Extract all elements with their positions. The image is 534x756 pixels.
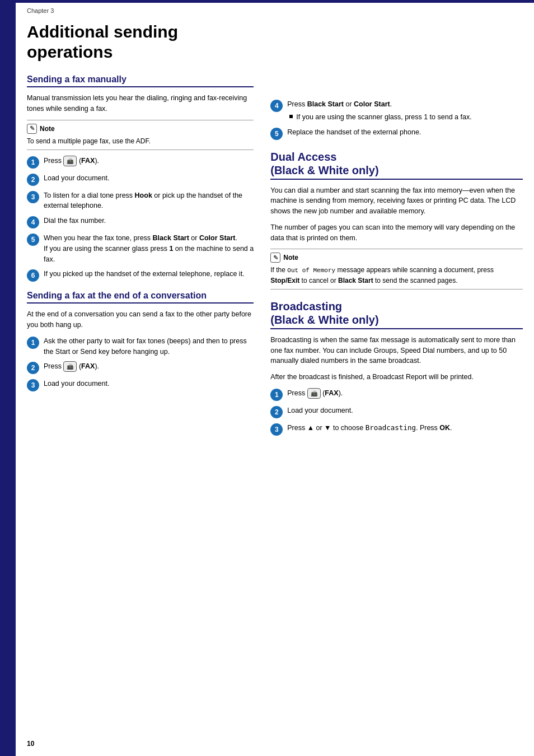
step-conv-text-3: Load your document.: [44, 379, 254, 389]
left-column: Additional sending operations Sending a …: [27, 16, 265, 440]
step-bc-text-1: Press 📠 (FAX).: [287, 388, 523, 399]
step-6-handset: 6 If you picked up the handset of the ex…: [27, 269, 254, 282]
step-5-tone: 5 When you hear the fax tone, press Blac…: [27, 233, 254, 264]
step-r4-blackstart: 4 Press Black Start or Color Start. If y…: [270, 99, 523, 123]
note-icon: [27, 124, 37, 134]
step-text-2: Load your document.: [44, 173, 254, 184]
chapter-label: Chapter 3: [16, 3, 534, 16]
step-r5-handset: 5 Replace the handset of the external ph…: [270, 127, 523, 140]
note-label-memory: Note: [283, 254, 298, 262]
step-bc-2: 2 Load your document.: [270, 405, 523, 418]
step-bc-1: 1 Press 📠 (FAX).: [270, 388, 523, 401]
step-bc-number-1: 1: [270, 389, 283, 401]
step-r5-text: Replace the handset of the external phon…: [287, 127, 523, 138]
step-conv-number-1: 1: [27, 337, 39, 349]
step-text-6: If you picked up the handset of the exte…: [44, 269, 254, 279]
step-2-load-doc: 2 Load your document.: [27, 173, 254, 186]
step-number-1: 1: [27, 156, 39, 169]
step-text-4: Dial the fax number.: [44, 216, 254, 226]
black-square-icon: [289, 115, 293, 118]
step-number-2: 2: [27, 174, 39, 186]
note-text-adf: To send a multiple page fax, use the ADF…: [27, 136, 254, 146]
step-r4-text: Press Black Start or Color Start. If you…: [287, 99, 523, 123]
page-container: Chapter 3 Additional sending operations …: [0, 0, 534, 756]
step-text-1: Press 📠 (FAX).: [44, 156, 254, 166]
note-box-memory: Note If the Out of Memory message appear…: [270, 249, 523, 290]
step-r4-number: 4: [270, 100, 283, 112]
step-1-fax-manually: 1 Press 📠 (FAX).: [27, 156, 254, 169]
step-conv-2: 2 Press 📠 (FAX).: [27, 361, 254, 374]
broadcasting-body1: Broadcasting is when the same fax messag…: [270, 335, 523, 366]
content-area: Chapter 3 Additional sending operations …: [16, 0, 534, 756]
step-4-dial: 4 Dial the fax number.: [27, 216, 254, 228]
fax-button-1: 📠: [63, 156, 77, 166]
step-conv-text-1: Ask the other party to wait for fax tone…: [44, 336, 254, 357]
note-box-adf: Note To send a multiple page fax, use th…: [27, 120, 254, 150]
step-text-3: To listen for a dial tone press Hook or …: [44, 190, 254, 212]
step-bc-3: 3 Press ▲ or ▼ to choose Broadcasting. P…: [270, 423, 523, 436]
step-number-3: 3: [27, 191, 39, 203]
step-conv-text-2: Press 📠 (FAX).: [44, 361, 254, 372]
dual-access-body2: The number of pages you can scan into th…: [270, 222, 523, 244]
fax-icon-conv-2: 📠: [67, 362, 73, 371]
note-header-memory: Note: [270, 253, 523, 263]
step-bc-number-2: 2: [270, 406, 283, 418]
fax-button-conv-2: 📠: [63, 361, 77, 372]
section-heading-broadcasting: Broadcasting(Black & White only): [270, 300, 523, 329]
step-text-5: When you hear the fax tone, press Black …: [44, 233, 254, 264]
note-header: Note: [27, 124, 254, 134]
step-bc-text-3: Press ▲ or ▼ to choose Broadcasting. Pre…: [287, 423, 523, 433]
main-content: Additional sending operations Sending a …: [16, 16, 534, 440]
section-heading-fax-end-conversation: Sending a fax at the end of a conversati…: [27, 291, 254, 304]
fax-icon-1: 📠: [67, 157, 73, 165]
left-sidebar: [0, 0, 16, 756]
step-conv-number-3: 3: [27, 379, 39, 391]
step-bc-number-3: 3: [270, 423, 283, 436]
note-icon-memory: [270, 253, 280, 263]
dual-access-body1: You can dial a number and start scanning…: [270, 185, 523, 217]
step-number-4: 4: [27, 216, 39, 228]
note-label: Note: [40, 125, 55, 133]
fax-end-body: At the end of a conversation you can sen…: [27, 309, 254, 330]
section-heading-fax-manually: Sending a fax manually: [27, 74, 254, 87]
page-number: 10: [27, 740, 34, 748]
step-r5-number: 5: [270, 128, 283, 140]
fax-button-bc-1: 📠: [307, 388, 321, 399]
right-column: 4 Press Black Start or Color Start. If y…: [265, 16, 523, 440]
step-bc-text-2: Load your document.: [287, 405, 523, 416]
step-number-5: 5: [27, 234, 39, 246]
step-conv-3: 3 Load your document.: [27, 379, 254, 391]
sub-bullet-text: If you are using the scanner glass, pres…: [296, 112, 471, 123]
fax-icon-bc-1: 📠: [311, 389, 317, 398]
main-heading: Additional sending operations: [27, 22, 254, 62]
step-number-6: 6: [27, 269, 39, 282]
step-conv-1: 1 Ask the other party to wait for fax to…: [27, 336, 254, 357]
section-heading-dual-access: Dual Access(Black & White only): [270, 150, 523, 180]
sub-bullet-scanner: If you are using the scanner glass, pres…: [287, 112, 523, 123]
section1-continued: 4 Press Black Start or Color Start. If y…: [270, 99, 523, 140]
step-3-hook: 3 To listen for a dial tone press Hook o…: [27, 190, 254, 212]
step-conv-number-2: 2: [27, 362, 39, 374]
broadcasting-body2: After the broadcast is finished, a Broad…: [270, 372, 523, 382]
note-text-memory: If the Out of Memory message appears whi…: [270, 265, 523, 286]
fax-manually-body: Manual transmission lets you hear the di…: [27, 93, 254, 114]
